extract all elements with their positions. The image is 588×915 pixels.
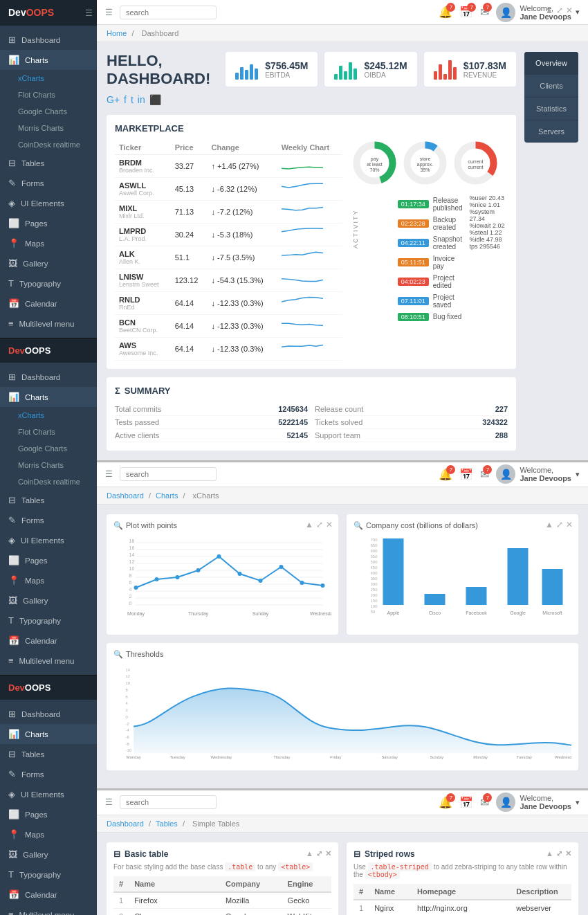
- bt-expand[interactable]: ▲: [306, 849, 313, 858]
- social-twitter[interactable]: t: [131, 94, 134, 105]
- sidebar3-multilevel[interactable]: ≡Multilevel menu: [0, 905, 97, 915]
- sidebar2-multilevel[interactable]: ≡Multilevel menu: [0, 651, 97, 671]
- svg-text:14: 14: [129, 552, 135, 557]
- sidebar2-maps[interactable]: 📍Maps: [0, 570, 97, 590]
- summary-label-tp: Tests passed: [115, 418, 159, 426]
- sidebar-item-gallery[interactable]: 🖼Gallery: [0, 253, 97, 273]
- right-panel-statistics[interactable]: Statistics: [524, 97, 578, 120]
- sidebar2-tables[interactable]: ⊟Tables: [0, 490, 97, 510]
- search-input-1[interactable]: [120, 6, 217, 19]
- svg-text:Sunday: Sunday: [252, 611, 269, 617]
- expand-icon-1[interactable]: ▲: [305, 520, 313, 529]
- user-menu-3[interactable]: 👤 Welcome,Jane Devoops ▾: [496, 792, 580, 812]
- sidebar2-sub-xcharts[interactable]: xCharts: [0, 407, 97, 424]
- sidebar-item-pages[interactable]: ⬜Pages: [0, 213, 97, 233]
- svg-text:2: 2: [129, 594, 132, 599]
- bc-home[interactable]: Home: [107, 29, 127, 37]
- close-icon-1[interactable]: ✕: [326, 520, 333, 529]
- close-icon-3[interactable]: ✕: [566, 6, 573, 15]
- sidebar-item-calendar[interactable]: 📅Calendar: [0, 293, 97, 314]
- sidebar2-pages[interactable]: ⬜Pages: [0, 550, 97, 570]
- bell-icon-wrap-1[interactable]: 🔔 7: [439, 6, 452, 19]
- sidebar3-charts[interactable]: 📊Charts: [0, 724, 97, 744]
- sidebar2-sub-morris[interactable]: Morris Charts: [0, 457, 97, 473]
- mail-icon-wrap-3[interactable]: ✉ 7: [480, 796, 489, 809]
- sidebar-sub-coindesk[interactable]: CoinDesk realtime: [0, 136, 97, 153]
- sidebar2-sub-coindesk[interactable]: CoinDesk realtime: [0, 473, 97, 490]
- mail-icon-wrap-2[interactable]: ✉ 7: [480, 468, 489, 481]
- sidebar-sub-morris[interactable]: Morris Charts: [0, 120, 97, 136]
- sidebar3-maps[interactable]: 📍Maps: [0, 824, 97, 844]
- fullscreen-icon-1[interactable]: ⤢: [316, 520, 323, 529]
- calendar-icon-wrap-3[interactable]: 📅: [459, 796, 473, 809]
- sidebar2-ui[interactable]: ◈UI Elements: [0, 530, 97, 550]
- sidebar-item-dashboard[interactable]: ⊞Dashboard: [0, 30, 97, 50]
- right-panel-overview[interactable]: Overview: [524, 52, 578, 74]
- sidebar-item-charts[interactable]: 📊Charts: [0, 50, 97, 70]
- bc2-dashboard[interactable]: Dashboard: [107, 491, 144, 500]
- sidebar3-ui[interactable]: ◈UI Elements: [0, 784, 97, 804]
- sidebar2-typography[interactable]: TTypography: [0, 610, 97, 631]
- donut-current: current current: [453, 141, 498, 188]
- social-gplus[interactable]: G+: [107, 94, 120, 105]
- menu-icon-1[interactable]: ☰: [105, 8, 113, 17]
- social-rss[interactable]: ⬛: [149, 94, 161, 105]
- col-weekly: Weekly Chart: [277, 141, 343, 155]
- sidebar2-forms[interactable]: ✎Forms: [0, 510, 97, 530]
- mail-icon-wrap-1[interactable]: ✉ 7: [480, 6, 489, 19]
- sidebar-item-ui[interactable]: ◈UI Elements: [0, 193, 97, 213]
- sidebar3-calendar[interactable]: 📅Calendar: [0, 885, 97, 905]
- search-input-2[interactable]: [120, 467, 217, 481]
- bc3-tables[interactable]: Tables: [156, 819, 178, 828]
- calendar-icon-wrap-1[interactable]: 📅 7: [459, 6, 473, 19]
- sidebar2-dashboard[interactable]: ⊞Dashboard: [0, 367, 97, 387]
- user-menu-2[interactable]: 👤 Welcome,Jane Devoops ▾: [496, 464, 580, 484]
- sidebar-item-forms[interactable]: ✎Forms: [0, 173, 97, 193]
- pages-icon: ⬜: [8, 218, 19, 228]
- sidebar-item-maps[interactable]: 📍Maps: [0, 233, 97, 253]
- bc2-charts[interactable]: Charts: [156, 491, 178, 500]
- sidebar3-gallery[interactable]: 🖼Gallery: [0, 844, 97, 864]
- sidebar3-dashboard[interactable]: ⊞Dashboard: [0, 704, 97, 724]
- calendar-icon-wrap-2[interactable]: 📅: [459, 468, 473, 481]
- expand-icon-3[interactable]: ▲: [545, 6, 553, 15]
- right-panel-servers[interactable]: Servers: [524, 120, 578, 143]
- st-fullscreen[interactable]: ⤢: [556, 849, 562, 858]
- bt-close[interactable]: ✕: [325, 849, 331, 858]
- fullscreen-icon-3[interactable]: ⤢: [556, 6, 563, 15]
- social-fb[interactable]: f: [124, 94, 127, 105]
- expand-icon-2[interactable]: ▲: [545, 520, 553, 529]
- sidebar2-sub-flot[interactable]: Flot Charts: [0, 424, 97, 440]
- sidebar3-typography[interactable]: TTypography: [0, 864, 97, 885]
- sidebar-sub-xcharts[interactable]: xCharts: [0, 70, 97, 87]
- sidebar2-calendar[interactable]: 📅Calendar: [0, 631, 97, 651]
- search-input-3[interactable]: [120, 795, 217, 809]
- sidebar3-pages[interactable]: ⬜Pages: [0, 804, 97, 824]
- sidebar2-sub-google[interactable]: Google Charts: [0, 440, 97, 457]
- menu-icon-2[interactable]: ☰: [105, 469, 113, 479]
- plot-line: [136, 556, 323, 588]
- menu-icon-3[interactable]: ☰: [105, 797, 113, 807]
- sidebar-item-typography[interactable]: TTypography: [0, 273, 97, 293]
- sidebar3-forms[interactable]: ✎Forms: [0, 764, 97, 784]
- sidebar-item-tables[interactable]: ⊟Tables: [0, 153, 97, 173]
- svg-text:pay: pay: [371, 156, 379, 162]
- bt-fullscreen[interactable]: ⤢: [316, 849, 322, 858]
- sidebar2-gallery[interactable]: 🖼Gallery: [0, 590, 97, 610]
- bell-icon-wrap-3[interactable]: 🔔 7: [439, 796, 452, 809]
- sidebar3-tables[interactable]: ⊟Tables: [0, 744, 97, 764]
- social-linkedin[interactable]: in: [138, 94, 145, 105]
- bc3-dashboard[interactable]: Dashboard: [107, 819, 144, 828]
- st-close[interactable]: ✕: [565, 849, 571, 858]
- sidebar-toggle[interactable]: ☰: [81, 6, 97, 21]
- st-expand[interactable]: ▲: [546, 849, 553, 858]
- bell-icon-wrap-2[interactable]: 🔔 7: [439, 468, 452, 481]
- right-panel-clients[interactable]: Clients: [524, 74, 578, 97]
- sidebar-item-multilevel[interactable]: ≡Multilevel menu: [0, 314, 97, 334]
- close-icon-2[interactable]: ✕: [566, 520, 573, 529]
- sidebar-sub-google[interactable]: Google Charts: [0, 103, 97, 120]
- fullscreen-icon-2[interactable]: ⤢: [556, 520, 563, 529]
- sidebar-sub-flot[interactable]: Flot Charts: [0, 87, 97, 103]
- sidebar2-charts[interactable]: 📊Charts: [0, 387, 97, 407]
- kpi-bar: [443, 74, 447, 80]
